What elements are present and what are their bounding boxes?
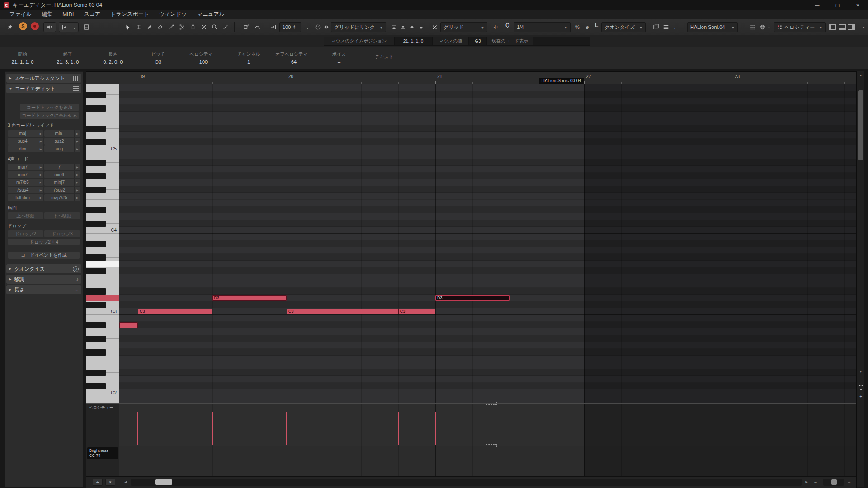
piano-key-black[interactable]: [86, 268, 106, 274]
draw-tool[interactable]: [145, 22, 155, 32]
chord-button-sus2[interactable]: sus2: [44, 138, 80, 145]
velocity-bar[interactable]: [398, 412, 399, 445]
chord-variant-arrow-icon[interactable]: [74, 194, 80, 201]
part-list-icon[interactable]: [661, 22, 671, 32]
chord-button--3[interactable]: ドロップ3: [44, 230, 80, 237]
part-name-tag[interactable]: HALion Sonic 03 04: [539, 78, 584, 84]
chord-button-7sus2[interactable]: 7sus2: [44, 187, 80, 193]
maximize-button[interactable]: ▢: [827, 0, 848, 10]
horizontal-zoom-slider[interactable]: [823, 479, 844, 486]
part-selector-dropdown[interactable]: HALion Soni.04: [687, 22, 738, 32]
chord-button-7[interactable]: 7: [44, 164, 80, 170]
velocity-bar[interactable]: [435, 412, 436, 445]
menu-item-5[interactable]: ウィンドウ: [154, 10, 192, 18]
chord-button--[interactable]: 上へ移動: [8, 212, 43, 219]
pin-editor-icon[interactable]: [5, 22, 14, 32]
zoom-slider-thumb[interactable]: [831, 479, 837, 485]
close-button[interactable]: ✕: [848, 0, 868, 10]
chevron-down-icon[interactable]: [70, 23, 76, 31]
menu-item-3[interactable]: スコア: [79, 10, 105, 18]
piano-key-black[interactable]: [86, 92, 106, 98]
edit-mode-icon[interactable]: [241, 22, 251, 32]
velocity-lane[interactable]: [119, 403, 856, 446]
info-field-7[interactable]: ボイス–: [316, 47, 362, 69]
create-chord-event-button[interactable]: コードイベントを作成: [8, 252, 80, 259]
piano-key-black[interactable]: [86, 207, 106, 213]
quantize-preset-dropdown[interactable]: 1/4: [514, 22, 571, 32]
piano-key-black[interactable]: [86, 126, 106, 132]
scroll-up-button[interactable]: ▲: [857, 71, 864, 79]
piano-key-black[interactable]: [86, 187, 106, 193]
snap-type-dropdown[interactable]: グリッドにリンク: [331, 22, 386, 32]
lane-menu-button[interactable]: ▼: [105, 479, 115, 486]
midi-note-c3[interactable]: C3: [287, 309, 398, 314]
chord-variant-arrow-icon[interactable]: [74, 138, 80, 145]
trim-tool[interactable]: [166, 22, 176, 32]
horizontal-scrollbar-thumb[interactable]: [155, 479, 172, 485]
scroll-down-button[interactable]: ▼: [857, 368, 864, 375]
chord-button-m7-b5[interactable]: m7/b5: [8, 179, 43, 186]
info-field-6[interactable]: オフベロシティー64: [271, 47, 316, 69]
chord-button-maj7[interactable]: maj7: [8, 164, 43, 170]
section-transpose[interactable]: 移調 ♪: [6, 275, 81, 284]
part-editing-mode-icon[interactable]: [651, 22, 661, 32]
erase-tool[interactable]: [156, 22, 165, 32]
vertical-scrollbar-thumb[interactable]: [858, 90, 863, 160]
menu-item-4[interactable]: トランスポート: [105, 10, 154, 18]
mute-tool[interactable]: [199, 22, 209, 32]
piano-key-black[interactable]: [86, 349, 106, 356]
chord-variant-arrow-icon[interactable]: [38, 179, 43, 186]
snap-icon[interactable]: [323, 22, 330, 32]
vertical-zoom-in-button[interactable]: ＋: [857, 393, 864, 399]
record-in-editor-button[interactable]: [31, 22, 39, 30]
move-up-icon[interactable]: [408, 22, 416, 32]
midi-note-d3[interactable]: D3: [212, 295, 287, 301]
drop-2-4-button[interactable]: ドロップ2 + 4: [8, 239, 80, 245]
line-tool[interactable]: [221, 22, 231, 32]
chord-button-min6[interactable]: min6: [44, 171, 80, 178]
chord-variant-arrow-icon[interactable]: [38, 145, 43, 152]
glue-tool[interactable]: [188, 22, 198, 32]
midi-note-a#2[interactable]: [119, 322, 138, 328]
piano-key-black[interactable]: [86, 383, 106, 389]
chord-button--2[interactable]: ドロップ2: [8, 230, 43, 237]
info-field-3[interactable]: ピッチD3: [136, 47, 181, 69]
playhead-cursor[interactable]: [486, 84, 486, 476]
info-field-0[interactable]: 開始21. 1. 1. 0: [0, 47, 45, 69]
piano-key-black[interactable]: [86, 160, 106, 166]
colors-wheel-icon[interactable]: [758, 22, 768, 32]
move-down-icon[interactable]: [417, 22, 425, 32]
info-field-1[interactable]: 終了21. 3. 1. 0: [45, 47, 90, 69]
zoom-in-button[interactable]: ＋: [846, 479, 852, 486]
scroll-left-button[interactable]: ◀: [123, 479, 129, 486]
acoustic-feedback-button[interactable]: [43, 22, 56, 32]
chord-button-min-[interactable]: min.: [44, 130, 80, 137]
chord-variant-arrow-icon[interactable]: [74, 130, 80, 137]
zoom-out-button[interactable]: −: [812, 479, 819, 486]
chord-button-sus4[interactable]: sus4: [8, 138, 43, 145]
more-options-icon[interactable]: [767, 22, 771, 32]
info-field-8[interactable]: テキスト: [362, 47, 407, 69]
midi-note-c3[interactable]: C3: [138, 309, 212, 314]
chord-button-minj7[interactable]: minj7: [44, 179, 80, 186]
section-length[interactable]: 長さ ↔: [6, 285, 81, 294]
cc-lane[interactable]: [119, 446, 856, 476]
lower-zone-toggle[interactable]: [838, 22, 846, 32]
snap-toggle-icon[interactable]: [429, 22, 439, 32]
menu-item-0[interactable]: ファイル: [5, 10, 37, 18]
right-zone-toggle[interactable]: [847, 22, 855, 32]
chord-button-dim[interactable]: dim: [8, 145, 43, 152]
follow-chord-track-button[interactable]: コードトラックに合わせる: [20, 112, 79, 119]
piano-key-highlight-g3[interactable]: [86, 261, 119, 267]
menu-item-2[interactable]: MIDI: [57, 11, 79, 18]
piano-key-black[interactable]: [86, 288, 106, 295]
info-field-4[interactable]: ベロシティー100: [181, 47, 226, 69]
piano-key-black[interactable]: [86, 105, 106, 112]
chord-button-7sus4[interactable]: 7sus4: [8, 187, 43, 193]
event-colors-dropdown[interactable]: ベロシティー: [774, 22, 826, 32]
section-scale-assistant[interactable]: スケールアシスタント: [6, 74, 81, 83]
nudge-start-right-icon[interactable]: [399, 22, 407, 32]
zoom-preset-button[interactable]: [857, 384, 864, 390]
chord-variant-arrow-icon[interactable]: [38, 171, 43, 178]
minimize-button[interactable]: —: [807, 0, 827, 10]
